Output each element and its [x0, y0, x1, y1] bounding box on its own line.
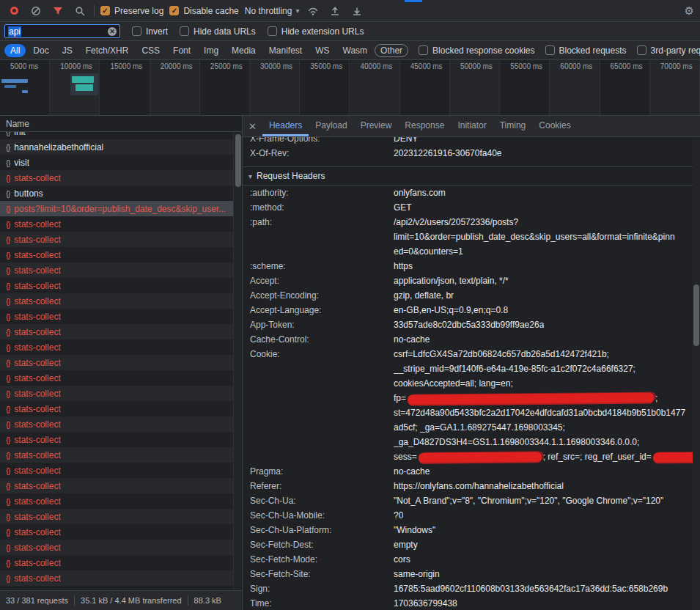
request-row[interactable]: {}hannahelizabethofficial: [0, 139, 233, 155]
settings-gear-icon[interactable]: ⚙: [685, 4, 694, 18]
request-row[interactable]: {}buttons: [0, 185, 233, 201]
request-row[interactable]: {}stats-collect: [0, 262, 233, 278]
request-row[interactable]: {}stats-collect: [0, 524, 233, 540]
status-separator: [74, 595, 75, 606]
waterfall-bar: [4, 85, 16, 88]
filter-chip-img[interactable]: Img: [198, 44, 224, 57]
request-name: stats-collect: [14, 312, 60, 322]
request-row[interactable]: {}init: [0, 132, 233, 139]
timeline-overview[interactable]: 5000 ms10000 ms15000 ms20000 ms25000 ms3…: [0, 60, 700, 116]
request-row[interactable]: {}stats-collect: [0, 278, 233, 293]
request-row[interactable]: {}stats-collect: [0, 170, 233, 185]
details-tab-timing[interactable]: Timing: [493, 116, 533, 136]
request-row[interactable]: {}stats-collect: [0, 540, 233, 555]
header-name: X-Frame-Options:: [250, 137, 394, 146]
request-row[interactable]: {}stats-collect: [0, 355, 233, 370]
header-name: :path:: [250, 215, 394, 259]
details-scrollbar[interactable]: [693, 137, 700, 610]
filter-chip-fetch-xhr[interactable]: Fetch/XHR: [80, 44, 135, 57]
header-row: :path:/api2/v2/users/20572336/posts?limi…: [243, 215, 693, 259]
scrollbar-thumb[interactable]: [693, 284, 699, 346]
export-har-button[interactable]: [349, 3, 365, 19]
hide-extension-urls-checkbox[interactable]: Hide extension URLs: [268, 26, 364, 37]
filter-chip-doc[interactable]: Doc: [27, 44, 54, 57]
close-icon[interactable]: ✕: [248, 121, 257, 132]
request-row[interactable]: {}stats-collect: [0, 416, 233, 432]
request-row[interactable]: {}stats-collect: [0, 309, 233, 324]
scrollbar-thumb[interactable]: [235, 134, 241, 187]
clear-button[interactable]: [28, 3, 44, 19]
filter-chip-ws[interactable]: WS: [309, 44, 335, 57]
request-name: stats-collect: [14, 435, 60, 445]
request-row[interactable]: {}stats-collect: [0, 386, 233, 401]
request-row[interactable]: {}posts?limit=10&order=publish_date_desc…: [0, 201, 233, 216]
timeline-tick-label: 30000 ms: [260, 62, 292, 70]
network-conditions-button[interactable]: [305, 3, 321, 19]
request-list-scrollbar[interactable]: [233, 132, 242, 590]
record-button[interactable]: [6, 3, 22, 19]
request-row[interactable]: {}stats-collect: [0, 493, 233, 509]
filter-toggle-button[interactable]: [50, 3, 66, 19]
request-name: stats-collect: [14, 250, 60, 260]
blocked-requests-checkbox[interactable]: Blocked requests: [545, 45, 627, 56]
name-column-header[interactable]: Name: [0, 116, 242, 132]
header-row: Accept:application/json, text/plain, */*: [243, 273, 693, 288]
request-row[interactable]: {}stats-collect: [0, 570, 233, 586]
header-value: empty: [394, 537, 418, 552]
header-row: Cookie:csrf=LdfcGX4Sa72db06824c657db26a5…: [243, 347, 693, 464]
request-name: init: [14, 132, 25, 137]
request-row[interactable]: {}stats-collect: [0, 447, 233, 463]
details-tab-response[interactable]: Response: [398, 116, 451, 136]
details-tab-payload[interactable]: Payload: [309, 116, 353, 136]
hide-data-urls-checkbox[interactable]: Hide data URLs: [180, 26, 256, 37]
header-value: cors: [394, 552, 410, 567]
details-tab-headers[interactable]: Headers: [262, 116, 309, 136]
header-row: Sec-Ch-Ua-Mobile:?0: [243, 508, 693, 523]
request-row[interactable]: {}stats-collect: [0, 401, 233, 416]
filter-chip-media[interactable]: Media: [226, 44, 262, 57]
request-headers-section-header[interactable]: ▾Request Headers: [243, 166, 693, 185]
timeline-column: 60000 ms: [550, 60, 600, 115]
header-name: :method:: [250, 200, 394, 215]
import-har-button[interactable]: [327, 3, 343, 19]
preserve-log-checkbox[interactable]: ✓ Preserve log: [100, 6, 163, 16]
filter-chip-css[interactable]: CSS: [136, 44, 166, 57]
filter-chip-js[interactable]: JS: [56, 44, 78, 57]
disable-cache-checkbox[interactable]: ✓ Disable cache: [169, 6, 238, 16]
header-value: GET: [394, 200, 412, 215]
filter-chip-all[interactable]: All: [4, 44, 26, 57]
filter-chip-wasm[interactable]: Wasm: [337, 44, 374, 57]
details-tab-cookies[interactable]: Cookies: [532, 116, 577, 136]
request-name: stats-collect: [14, 573, 60, 584]
filter-input[interactable]: api ✕: [4, 24, 120, 38]
request-row[interactable]: {}stats-collect: [0, 432, 233, 447]
request-row[interactable]: {}visit: [0, 155, 233, 170]
details-tab-initiator[interactable]: Initiator: [451, 116, 493, 136]
details-tab-preview[interactable]: Preview: [354, 116, 399, 136]
request-row[interactable]: {}stats-collect: [0, 509, 233, 524]
search-button[interactable]: [72, 3, 88, 19]
third-party-requests-checkbox[interactable]: 3rd-party requests: [637, 45, 700, 56]
request-row[interactable]: {}stats-collect: [0, 324, 233, 339]
json-braces-icon: {}: [6, 312, 10, 321]
filter-chip-font[interactable]: Font: [167, 44, 196, 57]
json-braces-icon: {}: [6, 266, 10, 275]
header-row: Sign:16785:5aad9602cf110608b03133de56364…: [243, 581, 693, 596]
invert-checkbox[interactable]: Invert: [132, 26, 168, 37]
request-row[interactable]: {}stats-collect: [0, 216, 233, 232]
request-row[interactable]: {}stats-collect: [0, 339, 233, 355]
request-row[interactable]: {}stats-collect: [0, 463, 233, 478]
clear-filter-icon[interactable]: ✕: [108, 27, 117, 36]
throttling-select[interactable]: No throttling ▾: [245, 6, 300, 16]
request-row[interactable]: {}stats-collect: [0, 370, 233, 386]
request-row[interactable]: {}stats-collect: [0, 478, 233, 493]
request-row[interactable]: {}stats-collect: [0, 232, 233, 247]
request-row[interactable]: {}stats-collect: [0, 247, 233, 262]
request-row[interactable]: {}stats-collect: [0, 555, 233, 570]
json-braces-icon: {}: [6, 543, 10, 552]
redaction-scribble: [408, 393, 654, 405]
filter-chip-manifest[interactable]: Manifest: [263, 44, 308, 57]
filter-chip-other[interactable]: Other: [375, 44, 408, 57]
request-row[interactable]: {}stats-collect: [0, 293, 233, 309]
blocked-response-cookies-checkbox[interactable]: Blocked response cookies: [419, 45, 534, 56]
